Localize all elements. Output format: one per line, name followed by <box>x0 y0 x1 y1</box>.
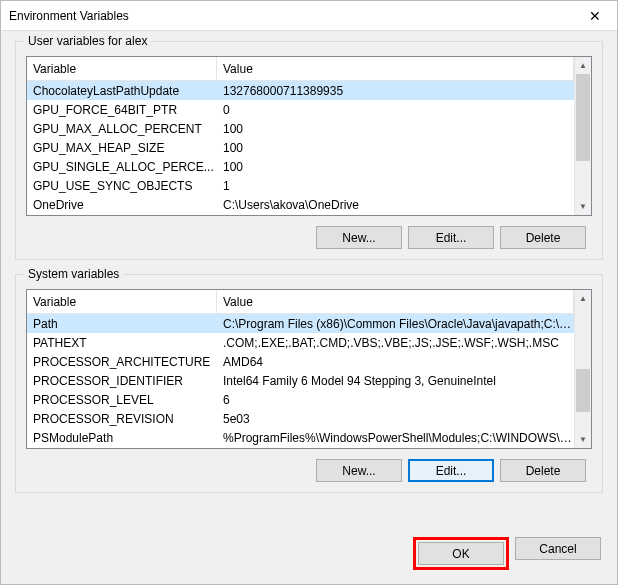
scroll-down-icon[interactable]: ▼ <box>575 431 591 448</box>
cell-variable: ChocolateyLastPathUpdate <box>27 84 217 98</box>
user-variables-legend: User variables for alex <box>24 34 151 48</box>
table-row[interactable]: PSModulePath%ProgramFiles%\WindowsPowerS… <box>27 428 574 447</box>
cell-value: AMD64 <box>217 355 574 369</box>
close-button[interactable]: ✕ <box>572 1 617 31</box>
user-variables-list[interactable]: Variable Value ChocolateyLastPathUpdate1… <box>26 56 592 216</box>
cell-variable: GPU_FORCE_64BIT_PTR <box>27 103 217 117</box>
system-list-header: Variable Value <box>27 290 574 314</box>
table-row[interactable]: GPU_USE_SYNC_OBJECTS1 <box>27 176 574 195</box>
cell-value: 1 <box>217 179 574 193</box>
cell-value: C:\Program Files (x86)\Common Files\Orac… <box>217 317 574 331</box>
table-row[interactable]: ChocolateyLastPathUpdate1327680007113899… <box>27 81 574 100</box>
cell-variable: GPU_MAX_HEAP_SIZE <box>27 141 217 155</box>
cell-variable: PATHEXT <box>27 336 217 350</box>
table-row[interactable]: PROCESSOR_IDENTIFIERIntel64 Family 6 Mod… <box>27 371 574 390</box>
table-row[interactable]: PROCESSOR_LEVEL6 <box>27 390 574 409</box>
scroll-up-icon[interactable]: ▲ <box>575 290 591 307</box>
column-header-variable[interactable]: Variable <box>27 57 217 80</box>
cell-variable: GPU_MAX_ALLOC_PERCENT <box>27 122 217 136</box>
cell-variable: PROCESSOR_IDENTIFIER <box>27 374 217 388</box>
cell-value: 100 <box>217 122 574 136</box>
scroll-up-icon[interactable]: ▲ <box>575 57 591 74</box>
system-list-inner: Variable Value PathC:\Program Files (x86… <box>27 290 574 448</box>
system-variables-group: System variables Variable Value PathC:\P… <box>15 274 603 493</box>
cell-variable: PROCESSOR_REVISION <box>27 412 217 426</box>
user-list-body: ChocolateyLastPathUpdate1327680007113899… <box>27 81 574 214</box>
user-buttons-row: New... Edit... Delete <box>26 226 592 249</box>
cell-value: 0 <box>217 103 574 117</box>
table-row[interactable]: OneDriveC:\Users\akova\OneDrive <box>27 195 574 214</box>
ok-highlight: OK <box>413 537 509 570</box>
cell-variable: Path <box>27 317 217 331</box>
cancel-button[interactable]: Cancel <box>515 537 601 560</box>
scroll-down-icon[interactable]: ▼ <box>575 198 591 215</box>
system-buttons-row: New... Edit... Delete <box>26 459 592 482</box>
user-edit-button[interactable]: Edit... <box>408 226 494 249</box>
cell-value: Intel64 Family 6 Model 94 Stepping 3, Ge… <box>217 374 574 388</box>
environment-variables-dialog: Environment Variables ✕ User variables f… <box>0 0 618 585</box>
system-new-button[interactable]: New... <box>316 459 402 482</box>
cell-value: %ProgramFiles%\WindowsPowerShell\Modules… <box>217 431 574 445</box>
dialog-buttons-row: OK Cancel <box>1 533 617 584</box>
table-row[interactable]: GPU_SINGLE_ALLOC_PERCE...100 <box>27 157 574 176</box>
cell-value: 100 <box>217 160 574 174</box>
close-icon: ✕ <box>589 8 601 24</box>
system-edit-button[interactable]: Edit... <box>408 459 494 482</box>
column-header-variable[interactable]: Variable <box>27 290 217 313</box>
scroll-track[interactable] <box>575 74 591 198</box>
cell-value: 132768000711389935 <box>217 84 574 98</box>
table-row[interactable]: GPU_MAX_HEAP_SIZE100 <box>27 138 574 157</box>
user-list-header: Variable Value <box>27 57 574 81</box>
user-new-button[interactable]: New... <box>316 226 402 249</box>
user-variables-group: User variables for alex Variable Value C… <box>15 41 603 260</box>
user-list-inner: Variable Value ChocolateyLastPathUpdate1… <box>27 57 574 215</box>
cell-variable: GPU_SINGLE_ALLOC_PERCE... <box>27 160 217 174</box>
scroll-thumb[interactable] <box>576 74 590 161</box>
table-row[interactable]: GPU_FORCE_64BIT_PTR0 <box>27 100 574 119</box>
cell-variable: GPU_USE_SYNC_OBJECTS <box>27 179 217 193</box>
scroll-track[interactable] <box>575 307 591 431</box>
table-row[interactable]: PATHEXT.COM;.EXE;.BAT;.CMD;.VBS;.VBE;.JS… <box>27 333 574 352</box>
system-list-body: PathC:\Program Files (x86)\Common Files\… <box>27 314 574 447</box>
cell-variable: PROCESSOR_ARCHITECTURE <box>27 355 217 369</box>
cell-value: 6 <box>217 393 574 407</box>
dialog-content: User variables for alex Variable Value C… <box>1 31 617 533</box>
scroll-thumb[interactable] <box>576 369 590 412</box>
system-variables-list[interactable]: Variable Value PathC:\Program Files (x86… <box>26 289 592 449</box>
titlebar: Environment Variables ✕ <box>1 1 617 31</box>
table-row[interactable]: PROCESSOR_REVISION5e03 <box>27 409 574 428</box>
column-header-value[interactable]: Value <box>217 290 574 313</box>
cell-variable: OneDrive <box>27 198 217 212</box>
cell-value: 5e03 <box>217 412 574 426</box>
system-variables-legend: System variables <box>24 267 123 281</box>
cell-variable: PROCESSOR_LEVEL <box>27 393 217 407</box>
cell-value: .COM;.EXE;.BAT;.CMD;.VBS;.VBE;.JS;.JSE;.… <box>217 336 574 350</box>
cell-value: 100 <box>217 141 574 155</box>
window-title: Environment Variables <box>9 9 129 23</box>
user-delete-button[interactable]: Delete <box>500 226 586 249</box>
table-row[interactable]: PathC:\Program Files (x86)\Common Files\… <box>27 314 574 333</box>
column-header-value[interactable]: Value <box>217 57 574 80</box>
table-row[interactable]: GPU_MAX_ALLOC_PERCENT100 <box>27 119 574 138</box>
table-row[interactable]: PROCESSOR_ARCHITECTUREAMD64 <box>27 352 574 371</box>
user-scrollbar[interactable]: ▲ ▼ <box>574 57 591 215</box>
cell-value: C:\Users\akova\OneDrive <box>217 198 574 212</box>
cell-variable: PSModulePath <box>27 431 217 445</box>
system-scrollbar[interactable]: ▲ ▼ <box>574 290 591 448</box>
system-delete-button[interactable]: Delete <box>500 459 586 482</box>
ok-button[interactable]: OK <box>418 542 504 565</box>
